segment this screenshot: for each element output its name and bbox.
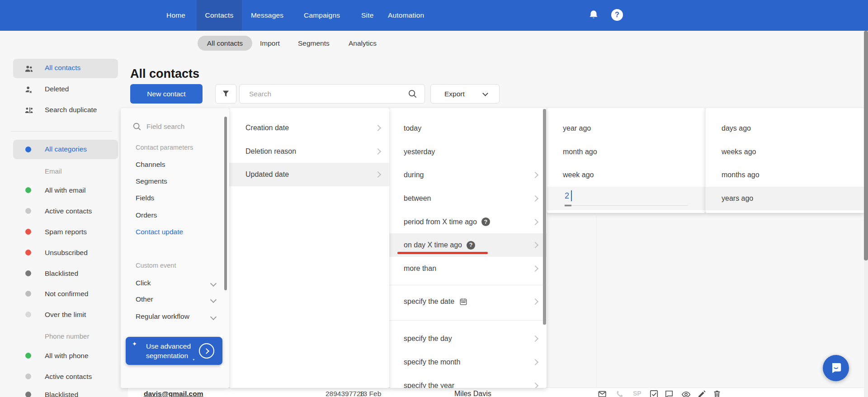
status-dot-not-confirmed bbox=[25, 291, 31, 297]
tab-import[interactable]: Import bbox=[260, 36, 280, 51]
chevron-right-icon bbox=[532, 298, 538, 305]
sparkle-icon: ✦ bbox=[218, 333, 224, 339]
menu-item-months-ago[interactable]: months ago bbox=[706, 163, 864, 187]
sidebar-section-phone-number: Phone number bbox=[45, 332, 89, 340]
sidebar-item-search-duplicate[interactable]: Search duplicate bbox=[45, 106, 97, 114]
sidebar-item-over-the-limit[interactable]: Over the limit bbox=[45, 311, 86, 319]
sidebar-item-not-confirmed[interactable]: Not confirmed bbox=[45, 290, 88, 298]
filter-item-segments[interactable]: Segments bbox=[136, 177, 167, 185]
use-advanced-segmentation-button[interactable]: ✦ ✦ ✦ ● Use advanced segmentation bbox=[126, 337, 222, 365]
chevron-right-icon bbox=[532, 336, 538, 342]
menu-item-years-ago[interactable]: years ago bbox=[706, 187, 864, 210]
menu-divider bbox=[389, 285, 547, 285]
panel-scrollbar[interactable] bbox=[543, 109, 546, 325]
time-value-input[interactable]: 2 bbox=[565, 191, 569, 201]
help-icon[interactable]: ? bbox=[467, 241, 475, 250]
filter-item-orders[interactable]: Orders bbox=[136, 211, 157, 219]
sidebar-item-unsubscribed[interactable]: Unsubscribed bbox=[45, 249, 88, 257]
menu-item-during[interactable]: during bbox=[389, 163, 547, 187]
sidebar-item-deleted[interactable]: Deleted bbox=[45, 85, 69, 93]
sidebar-item-all-with-email[interactable]: All with email bbox=[45, 186, 85, 194]
help-icon[interactable]: ? bbox=[611, 9, 623, 21]
table-column-divider bbox=[596, 216, 597, 388]
menu-item-year-ago[interactable]: year ago bbox=[547, 117, 705, 140]
export-label: Export bbox=[444, 85, 465, 103]
tab-all-contacts[interactable]: All contacts bbox=[198, 36, 252, 51]
menu-item-yesterday[interactable]: yesterday bbox=[389, 140, 547, 164]
menu-item-updated-date[interactable]: Updated date bbox=[229, 163, 389, 186]
tab-segments[interactable]: Segments bbox=[298, 36, 330, 51]
checkbox-checked-icon[interactable] bbox=[650, 390, 659, 397]
field-search-input[interactable]: Field search bbox=[146, 123, 184, 131]
filter-item-click[interactable]: Click bbox=[136, 279, 151, 287]
menu-item-week-ago[interactable]: week ago bbox=[547, 163, 705, 187]
search-input[interactable]: Search bbox=[239, 84, 425, 104]
notifications-bell-icon[interactable] bbox=[588, 9, 599, 21]
sidebar-item-all-categories-label[interactable]: All categories bbox=[45, 145, 87, 153]
chevron-right-icon bbox=[532, 383, 538, 388]
menu-item-today[interactable]: today bbox=[389, 117, 547, 140]
nav-automation[interactable]: Automation bbox=[388, 0, 424, 31]
all-categories-dot bbox=[25, 147, 31, 152]
sidebar-item-active-contacts-phone[interactable]: Active contacts bbox=[45, 373, 92, 381]
menu-item-month-ago[interactable]: month ago bbox=[547, 140, 705, 164]
page-scrollbar-thumb[interactable] bbox=[864, 31, 868, 260]
export-button[interactable]: Export bbox=[430, 84, 500, 104]
filter-item-regular-workflow[interactable]: Regular workflow bbox=[136, 312, 189, 321]
nav-messages[interactable]: Messages bbox=[251, 0, 283, 31]
menu-item-specify-the-month[interactable]: specify the month bbox=[389, 350, 547, 374]
menu-item-days-ago[interactable]: days ago bbox=[706, 117, 864, 140]
chat-launcher-icon bbox=[829, 361, 843, 375]
filter-item-other[interactable]: Other bbox=[136, 295, 153, 303]
edit-icon[interactable] bbox=[698, 390, 706, 397]
contact-table-row[interactable]: davis@gmail.com 2894397728 13 Feb Miles … bbox=[128, 388, 864, 397]
sidebar-item-all-with-phone[interactable]: All with phone bbox=[45, 352, 89, 360]
chevron-right-icon bbox=[532, 242, 538, 248]
sidebar-item-spam-reports[interactable]: Spam reports bbox=[45, 228, 87, 236]
nav-home[interactable]: Home bbox=[166, 0, 185, 31]
chat-bubble-icon[interactable] bbox=[665, 390, 674, 397]
filter-button[interactable] bbox=[215, 84, 236, 104]
menu-item-between[interactable]: between bbox=[389, 187, 547, 210]
sidebar-item-all-contacts-label[interactable]: All contacts bbox=[45, 64, 80, 72]
chat-launcher-button[interactable] bbox=[823, 355, 849, 381]
panel-scrollbar[interactable] bbox=[224, 117, 227, 290]
menu-item-specify-the-date[interactable]: specify the date bbox=[389, 290, 547, 313]
person-remove-icon bbox=[24, 85, 34, 95]
menu-item-weeks-ago[interactable]: weeks ago bbox=[706, 140, 864, 164]
menu-item-deletion-reason[interactable]: Deletion reason bbox=[229, 140, 389, 163]
contact-email-link[interactable]: davis@gmail.com bbox=[144, 390, 203, 397]
status-dot-all-with-phone bbox=[25, 353, 31, 359]
delete-icon[interactable] bbox=[713, 390, 721, 397]
filter-item-channels[interactable]: Channels bbox=[136, 161, 165, 169]
menu-item-period-from-x-time-ago[interactable]: period from X time ago ? bbox=[389, 210, 547, 234]
nav-campaigns[interactable]: Campaigns bbox=[304, 0, 340, 31]
tab-analytics[interactable]: Analytics bbox=[349, 36, 377, 51]
eye-icon[interactable] bbox=[681, 390, 691, 397]
filter-item-fields[interactable]: Fields bbox=[136, 194, 154, 202]
status-dot-blacklisted bbox=[25, 270, 31, 276]
menu-item-specify-the-year[interactable]: specify the year bbox=[389, 374, 547, 388]
sp-badge: SP bbox=[633, 390, 642, 397]
help-icon[interactable]: ? bbox=[481, 217, 490, 226]
sidebar-item-active-contacts[interactable]: Active contacts bbox=[45, 207, 92, 215]
status-dot-all-with-email bbox=[25, 187, 31, 193]
chevron-right-icon bbox=[532, 265, 538, 272]
menu-item-creation-date[interactable]: Creation date bbox=[229, 116, 389, 140]
sidebar-item-blacklisted[interactable]: Blacklisted bbox=[45, 269, 78, 278]
chevron-right-icon bbox=[375, 148, 381, 154]
nav-site[interactable]: Site bbox=[361, 0, 374, 31]
phone-icon bbox=[616, 390, 624, 397]
nav-contacts[interactable]: Contacts bbox=[197, 0, 242, 31]
sidebar-item-blacklisted-phone[interactable]: Blacklisted bbox=[45, 391, 78, 397]
search-icon bbox=[408, 89, 417, 99]
search-placeholder: Search bbox=[249, 85, 271, 103]
menu-item-more-than[interactable]: more than bbox=[389, 257, 547, 280]
selected-item-red-underline bbox=[397, 252, 488, 254]
time-value-input-row[interactable]: 2 bbox=[547, 187, 705, 210]
new-contact-button[interactable]: New contact bbox=[130, 84, 203, 104]
chevron-right-icon bbox=[532, 195, 538, 202]
filter-item-contact-update[interactable]: Contact update bbox=[136, 228, 183, 236]
menu-item-specify-the-day[interactable]: specify the day bbox=[389, 327, 547, 351]
date-field-menu: Creation date Deletion reason Updated da… bbox=[229, 108, 389, 388]
